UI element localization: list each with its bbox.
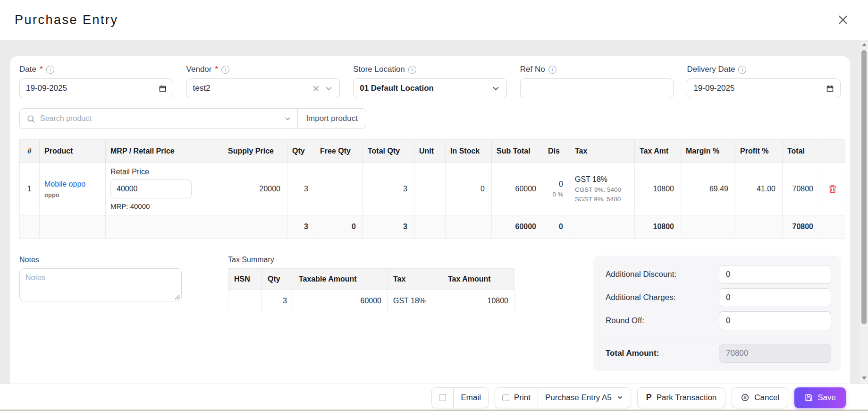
profit-cell: 41.00 [735, 163, 783, 215]
totals-sub-total: 60000 [492, 215, 543, 239]
notes-textarea[interactable] [19, 268, 182, 301]
totals-total: 70800 [783, 215, 820, 239]
col-in-stock: In Stock [446, 140, 492, 163]
col-profit: Profit % [735, 140, 783, 163]
qty-cell: 3 [287, 163, 315, 215]
calendar-icon[interactable] [826, 85, 834, 93]
date-label: Date [19, 65, 36, 74]
cancel-button[interactable]: Cancel [732, 387, 788, 408]
additional-discount-input[interactable] [719, 265, 831, 284]
notes-block: Notes [19, 256, 182, 301]
modal-header: Purchase Entry [0, 0, 868, 40]
email-label[interactable]: Email [454, 388, 488, 408]
info-icon [408, 66, 416, 74]
scroll-up-icon[interactable] [860, 41, 868, 48]
product-subtitle: oppo [44, 191, 101, 198]
totals-total-qty: 3 [363, 215, 414, 239]
print-checkbox[interactable] [502, 394, 509, 401]
taxsum-taxable: 60000 [293, 290, 388, 312]
field-delivery-date: Delivery Date 19-09-2025 [687, 65, 841, 98]
info-icon [221, 66, 229, 74]
vendor-select[interactable]: test2 [186, 78, 340, 98]
round-off-input[interactable] [719, 311, 831, 330]
product-cell: Mobile oppo oppo [40, 163, 106, 215]
taxsum-col-hsn: HSN [228, 269, 262, 290]
mrp-cell: Retail Price MRP: 40000 [106, 163, 223, 215]
col-dis: Dis [543, 140, 570, 163]
ref-no-input[interactable] [527, 84, 667, 93]
delete-row-icon[interactable] [827, 184, 838, 194]
import-product-button[interactable]: Import product [298, 109, 366, 128]
info-icon [738, 66, 746, 74]
additional-discount-label: Additional Discount: [606, 270, 719, 279]
date-input[interactable]: 19-09-2025 [19, 78, 173, 98]
product-search-bar: Import product [19, 108, 366, 129]
tax-amt-cell: 10800 [635, 163, 681, 215]
taxsum-col-tax: Tax [388, 269, 442, 290]
items-table: # Product MRP / Retail Price Supply Pric… [19, 139, 845, 239]
info-icon [548, 66, 556, 74]
park-transaction-button[interactable]: Park Transaction [637, 387, 726, 408]
actions-cell [820, 163, 845, 215]
purchase-entry-card: Date * 19-09-2025 Vendor * test2 [10, 56, 850, 384]
col-free-qty: Free Qty [315, 140, 363, 163]
additional-charges-input[interactable] [719, 288, 831, 307]
free-qty-cell [315, 163, 363, 215]
save-button[interactable]: Save [794, 387, 846, 408]
delivery-date-input[interactable]: 19-09-2025 [687, 78, 841, 98]
search-input[interactable] [40, 114, 279, 123]
tax-cell: GST 18% CGST 9%: 5400 SGST 9%: 5400 [570, 163, 635, 215]
scroll-down-icon[interactable] [860, 374, 868, 382]
col-mrp: MRP / Retail Price [106, 140, 223, 163]
email-checkbox[interactable] [439, 394, 446, 401]
unit-cell [414, 163, 446, 215]
chevron-down-icon[interactable] [324, 84, 333, 93]
col-index: # [20, 140, 40, 163]
close-icon[interactable] [835, 12, 851, 28]
required-asterisk: * [215, 65, 218, 74]
table-row: 1 Mobile oppo oppo Retail Price MRP: 400… [20, 163, 845, 215]
vendor-label: Vendor [186, 65, 212, 74]
summary-panel: Additional Discount: Additional Charges:… [593, 256, 841, 371]
taxsum-tax-amount: 10800 [442, 290, 514, 312]
product-link[interactable]: Mobile oppo [44, 180, 101, 188]
supply-price-cell: 20000 [223, 163, 287, 215]
vertical-scrollbar[interactable] [860, 40, 868, 384]
email-button[interactable]: Email [431, 387, 489, 408]
retail-price-input[interactable] [110, 180, 192, 198]
print-format-select[interactable]: Purchase Entry A5 [538, 388, 631, 408]
calendar-icon[interactable] [159, 85, 167, 93]
totals-row: 3 0 3 60000 0 10800 70800 [20, 215, 845, 239]
col-qty: Qty [287, 140, 315, 163]
additional-charges-label: Additional Charges: [606, 293, 719, 302]
park-icon [646, 393, 652, 402]
in-stock-cell: 0 [446, 163, 492, 215]
divider [606, 337, 831, 337]
chevron-down-icon [616, 394, 624, 401]
scrollbar-thumb[interactable] [861, 50, 867, 324]
page-title: Purchase Entry [15, 13, 118, 27]
items-table-header-row: # Product MRP / Retail Price Supply Pric… [20, 140, 845, 163]
total-qty-cell: 3 [363, 163, 414, 215]
store-location-select[interactable]: 01 Default Location [353, 78, 507, 98]
tax-main: GST 18% [575, 175, 630, 184]
col-tax: Tax [570, 140, 635, 163]
print-label[interactable]: Print [514, 393, 531, 402]
margin-cell: 69.49 [681, 163, 735, 215]
delivery-date-label: Delivery Date [687, 65, 735, 74]
print-button[interactable]: Print Purchase Entry A5 [495, 387, 631, 408]
field-store-location: Store Location 01 Default Location [353, 65, 507, 98]
totals-qty: 3 [287, 215, 315, 239]
taxsum-col-tax-amount: Tax Amount [442, 269, 514, 290]
totals-dis: 0 [543, 215, 570, 239]
tax-cgst: CGST 9%: 5400 [575, 186, 630, 193]
dis-percent: 0 % [548, 191, 563, 198]
clear-icon[interactable] [312, 84, 320, 93]
taxsum-col-taxable: Taxable Amount [293, 269, 388, 290]
ref-no-input-wrap [520, 78, 674, 98]
mrp-text: MRP: 40000 [110, 202, 218, 210]
chevron-down-icon[interactable] [284, 115, 292, 123]
cancel-circle-icon [741, 393, 750, 402]
taxsum-qty: 3 [262, 290, 293, 312]
col-sub-total: Sub Total [492, 140, 543, 163]
